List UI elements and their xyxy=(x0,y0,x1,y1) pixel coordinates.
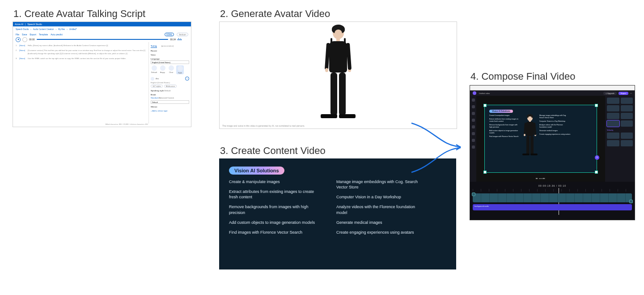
tab-pronunciation[interactable]: [pronunciation] xyxy=(161,45,174,48)
style-grid: Default Angry Chat Style xyxy=(151,65,189,74)
clip-handle[interactable] xyxy=(629,200,633,203)
lexicon-button[interactable]: lexicon xyxy=(177,33,188,36)
list-item: Analyze videos with the Florence foundat… xyxy=(336,204,426,215)
avatar-disclaimer: The image and voice in this video is gen… xyxy=(222,124,305,127)
file-menu[interactable]: File xyxy=(16,33,19,36)
ssml-toggle[interactable]: SSML xyxy=(165,33,174,36)
step-4-title: 4. Compose Final Video xyxy=(470,71,640,82)
rail-icon[interactable] xyxy=(472,145,475,149)
script-editor[interactable]: 1[Voice]Hello, [Voice] my name is Aria. … xyxy=(13,42,148,124)
voice-name: Aria xyxy=(156,77,159,80)
recent-label: Recent xyxy=(151,50,189,52)
media-thumb[interactable] xyxy=(621,120,633,127)
media-thumb[interactable] xyxy=(621,133,633,139)
preview-slide-badge: Vision AI Solutions xyxy=(489,110,513,113)
voice-next-icon[interactable]: › xyxy=(185,77,189,81)
template-menu[interactable]: Template xyxy=(39,33,48,36)
upgrade-button[interactable]: ◇ Upgrade xyxy=(603,92,617,95)
media-thumb[interactable] xyxy=(621,98,633,104)
style-default[interactable]: Default xyxy=(151,65,157,74)
speech-studio-titlebar: Azure AI | Speech Studio xyxy=(13,22,191,26)
media-thumb[interactable] xyxy=(621,105,633,111)
auto-predict-toggle[interactable]: Auto predict xyxy=(51,33,63,36)
help-tip-button[interactable]: ? xyxy=(595,155,599,160)
app-brand: Azure AI xyxy=(15,23,23,26)
flow-arrow-icon xyxy=(409,121,470,175)
app-name: Speech Studio xyxy=(27,23,42,26)
timeline: 00:00:19.36 / 00:10 background audio xyxy=(470,182,635,219)
media-thumb[interactable] xyxy=(607,113,619,119)
step-4: 4. Compose Final Video Untitled video ◇ … xyxy=(470,71,640,220)
export-button[interactable]: Export xyxy=(619,92,628,95)
side-section-label: Velocity xyxy=(607,129,633,131)
rail-icon[interactable] xyxy=(472,132,475,135)
audio-track[interactable]: background audio xyxy=(473,204,632,210)
preview-left-list: Create & manipulate imagesExtract attrib… xyxy=(489,115,521,155)
language-label: Language xyxy=(151,58,189,60)
stop-button[interactable] xyxy=(22,37,27,42)
player: 00:00 00:34 xyxy=(13,37,191,42)
style-angry[interactable]: Angry xyxy=(159,65,166,74)
timecode: 00:00:19.36 / 00:10 xyxy=(473,184,632,187)
rail-icon[interactable] xyxy=(472,105,475,108)
step-2: 2. Generate Avatar Video The image and v… xyxy=(219,8,465,129)
project-title[interactable]: Untitled video xyxy=(479,92,490,94)
video-track[interactable] xyxy=(473,193,632,202)
rail-icon[interactable] xyxy=(472,98,475,102)
more-icon[interactable]: ⋯ xyxy=(630,92,632,94)
play-button[interactable] xyxy=(16,37,21,42)
crumb-2[interactable]: My files xyxy=(58,28,65,30)
voice-badge-0: 147 styles xyxy=(151,85,163,88)
save-button[interactable]: Save xyxy=(22,33,27,36)
add-silence-button[interactable]: + Add a silence type xyxy=(151,110,189,112)
media-thumb[interactable] xyxy=(607,133,619,139)
rail-icon[interactable] xyxy=(472,125,475,128)
step-1-title: 1. Create Avatar Talking Script xyxy=(13,8,191,20)
break-opt-0[interactable]: Standard xyxy=(151,97,158,99)
media-thumb-selected[interactable] xyxy=(607,120,619,127)
clip-handle[interactable] xyxy=(472,192,475,196)
avatar-icon xyxy=(151,77,154,81)
player-track[interactable] xyxy=(37,39,169,40)
break-opt-1[interactable]: Advanced xyxy=(159,97,167,99)
media-thumb[interactable] xyxy=(607,140,619,146)
language-select[interactable] xyxy=(151,60,189,64)
tab-tuning[interactable]: Tuning xyxy=(151,45,157,48)
list-item: Computer Vision in a Day Workshop xyxy=(336,194,426,200)
speaking-style-value: Default xyxy=(165,90,171,92)
play-icon xyxy=(18,38,19,40)
list-item: Manage image embeddings with Cog. Search… xyxy=(336,179,426,190)
resize-handle[interactable] xyxy=(483,104,487,107)
voice-label: Voice xyxy=(151,54,189,56)
export-button[interactable]: Export xyxy=(30,33,36,36)
crumb-1[interactable]: Audio Content Creation xyxy=(33,28,54,30)
list-item: Create & manipulate images xyxy=(229,179,318,184)
transport-controls[interactable]: ⏮ ◀ ▶ ▶ ⏭ xyxy=(485,177,597,180)
tuning-panel: Tuning [pronunciation] Recent Voice Lang… xyxy=(148,42,191,124)
paragraph-0: Hello, [Voice] my name is Aria. [bookmar… xyxy=(28,44,108,47)
media-thumb[interactable] xyxy=(621,140,633,146)
media-thumb[interactable] xyxy=(621,113,633,119)
break-opt-2[interactable]: Custom xyxy=(168,97,174,99)
media-thumb[interactable] xyxy=(607,98,619,104)
canvas-preview[interactable]: Vision AI Solutions Create & manipulate … xyxy=(484,105,597,173)
list-item: Add custom objects to image generation m… xyxy=(229,220,318,225)
slide-right-list: Manage image embeddings with Cog. Search… xyxy=(336,179,426,239)
media-thumb[interactable] xyxy=(607,105,619,111)
rail-icon[interactable] xyxy=(472,119,475,122)
character-counter: Billed characters: 381 / 20,000 • Lifeti… xyxy=(106,124,148,125)
avatar-figure xyxy=(321,26,356,122)
crumb-0[interactable]: Speech Studio xyxy=(16,28,29,30)
voice-locale: English (United States) xyxy=(151,81,189,84)
resize-handle[interactable] xyxy=(595,104,598,107)
style-chat[interactable]: Chat xyxy=(168,65,174,74)
rail-icon[interactable] xyxy=(472,112,475,115)
audio-track-label: background audio xyxy=(475,205,489,207)
break-label: Break xyxy=(151,94,189,96)
style-selected[interactable]: Style xyxy=(176,65,184,74)
time-ruler[interactable] xyxy=(473,189,632,192)
rail-icon[interactable] xyxy=(472,139,475,142)
resize-handle[interactable] xyxy=(595,171,598,174)
resize-handle[interactable] xyxy=(483,171,487,174)
break-select[interactable] xyxy=(151,100,189,104)
